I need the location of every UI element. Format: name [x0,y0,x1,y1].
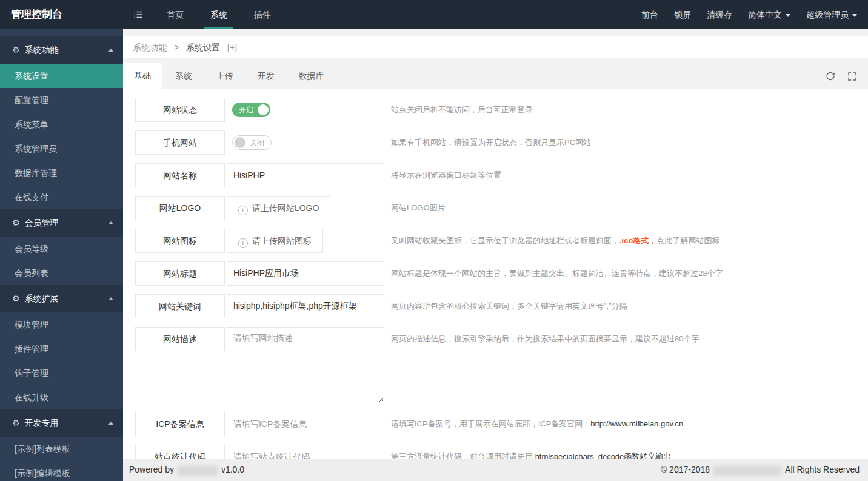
gear-icon: ⚙ [12,294,20,303]
masked-text [713,466,781,476]
masked-text [178,466,218,476]
field-hint: 第三方流量统计代码，前台调用时请先用 htmlspecialchars_deco… [391,445,671,459]
tab-system[interactable]: 系统 [164,63,203,89]
sidebar-section-title: 系统扩展 [25,294,59,303]
nav-plugins[interactable]: 插件 [241,0,284,29]
hint-text: 又叫网站收藏夹图标，它显示位于浏览器的地址栏或者标题前面， [391,236,619,245]
action-frontend[interactable]: 前台 [641,0,658,29]
language-label: 简体中文 [748,10,782,19]
favicon-help-link[interactable]: 点此了解网站图标 [656,236,719,245]
sidebar-item-example-edit[interactable]: [示例]编辑模板 [0,461,123,481]
sidebar-item-payment[interactable]: 在线支付 [0,185,123,209]
gear-icon: ⚙ [12,418,20,428]
sidebar-item-admins[interactable]: 系统管理员 [0,136,123,161]
site-description-textarea[interactable] [227,327,384,403]
upload-button-label: 请上传网站图标 [252,236,312,246]
mobile-site-toggle[interactable]: 关闭 [232,135,272,150]
chevron-up-icon [109,221,113,224]
tab-basic[interactable]: 基础 [123,63,162,90]
nav-home[interactable]: 首页 [153,0,197,29]
nav-system[interactable]: 系统 [197,0,241,29]
sidebar-section-header-system[interactable]: ⚙系统功能 [0,36,123,64]
sidebar-item-menu[interactable]: 系统菜单 [0,112,123,136]
sidebar-item-hooks[interactable]: 钩子管理 [0,361,123,385]
tab-dev[interactable]: 开发 [247,63,285,89]
upload-favicon-button[interactable]: +请上传网站图标 [227,229,323,253]
sidebar-item-upgrade[interactable]: 在线升级 [0,385,123,409]
site-status-toggle[interactable]: 开启 [232,103,270,117]
add-tab-button[interactable]: [+] [227,42,237,52]
footer: Powered byv1.0.0 © 2017-2018All Rights R… [123,459,868,481]
field-hint: 网站LOGO图片 [391,196,446,220]
upload-logo-button[interactable]: +请上传网站LOGO [227,196,330,220]
site-keywords-input[interactable] [227,294,384,318]
sidebar-section-title: 会员管理 [25,218,59,227]
icp-input[interactable] [227,412,384,436]
chevron-up-icon [109,297,113,300]
form-row-site-name: 网站名称 将显示在浏览器窗口标题等位置 [135,163,856,187]
sidebar-item-config[interactable]: 配置管理 [0,88,123,112]
form-row-site-favicon: 网站图标 +请上传网站图标 又叫网站收藏夹图标，它显示位于浏览器的地址栏或者标题… [135,229,856,253]
sidebar-item-settings[interactable]: 系统设置 [0,64,123,88]
field-label: 网站图标 [135,229,225,253]
sidebar-item-plugins[interactable]: 插件管理 [0,337,123,361]
form-row-icp: ICP备案信息 请填写ICP备案号，用于展示在网站底部，ICP备案官网：http… [135,412,856,436]
menu-toggle-icon[interactable] [123,0,153,29]
stats-code-input[interactable] [227,445,384,459]
tab-database[interactable]: 数据库 [288,63,335,89]
action-clear-cache[interactable]: 清缓存 [707,0,732,29]
sidebar-item-example-list[interactable]: [示例]列表模板 [0,437,123,461]
field-hint: 又叫网站收藏夹图标，它显示位于浏览器的地址栏或者标题前面，.ico格式，点此了解… [391,229,719,253]
tab-upload[interactable]: 上传 [205,63,244,89]
action-lock-screen[interactable]: 锁屏 [674,0,691,29]
site-name-input[interactable] [227,163,384,187]
sidebar-item-database[interactable]: 数据库管理 [0,161,123,185]
field-hint: 如果有手机网站，请设置为开启状态，否则只显示PC网站 [391,130,591,155]
username-label: 超级管理员 [806,10,849,19]
field-label: 网站标题 [135,261,225,286]
plus-circle-icon: + [238,206,248,215]
sidebar: ⚙系统功能 系统设置 配置管理 系统菜单 系统管理员 数据库管理 在线支付 ⚙会… [0,29,123,481]
field-hint: 站点关闭后将不能访问，后台可正常登录 [391,98,533,122]
topbar: 管理控制台 首页 系统 插件 前台 锁屏 清缓存 简体中文 超级管理员 [0,0,868,29]
footer-copyright: © 2017-2018All Rights Reserved [661,465,860,475]
site-title-input[interactable] [227,261,384,286]
plus-circle-icon: + [238,238,248,248]
user-dropdown[interactable]: 超级管理员 [806,0,857,29]
form-row-site-title: 网站标题 网站标题是体现一个网站的主旨，要做到主题突出、标题简洁、连贯等特点，建… [135,261,856,286]
upload-button-label: 请上传网站LOGO [252,203,319,213]
field-hint: 网页内容所包含的核心搜索关键词，多个关键字请用英文逗号","分隔 [391,294,627,318]
sidebar-section-header-dev[interactable]: ⚙开发专用 [0,409,123,437]
sidebar-item-modules[interactable]: 模块管理 [0,312,123,337]
refresh-icon[interactable] [826,72,835,81]
field-hint: 网站标题是体现一个网站的主旨，要做到主题突出、标题简洁、连贯等特点，建议不超过2… [391,261,723,286]
breadcrumb-separator: > [174,42,179,52]
sidebar-section-title: 系统功能 [25,45,59,55]
sidebar-section-header-extensions[interactable]: ⚙系统扩展 [0,285,123,312]
copyright-years-label: © 2017-2018 [661,465,710,474]
chevron-up-icon [109,49,113,52]
field-label: 网站关键词 [135,294,225,318]
tab-bar: 基础 系统 上传 开发 数据库 [123,63,868,89]
hint-ico-format: .ico格式， [619,236,656,245]
footer-powered: Powered byv1.0.0 [129,465,244,475]
hint-text: 第三方流量统计代码，前台调用时请先用 [391,452,535,459]
caret-down-icon [852,14,857,19]
hint-icp-url: http://www.miibeian.gov.cn [590,419,683,428]
field-label: ICP备案信息 [135,412,225,436]
hint-text: 请填写ICP备案号，用于展示在网站底部，ICP备案官网： [391,419,590,428]
gear-icon: ⚙ [12,218,20,227]
rights-label: All Rights Reserved [785,465,860,474]
sidebar-item-member-list[interactable]: 会员列表 [0,261,123,285]
form-row-site-description: 网站描述 网页的描述信息，搜索引擎采纳后，作为搜索结果中的页面摘要显示，建议不超… [135,327,856,403]
gear-icon: ⚙ [12,45,20,55]
language-dropdown[interactable]: 简体中文 [748,0,790,29]
sidebar-section-members: ⚙会员管理 会员等级 会员列表 [0,209,123,285]
breadcrumb-parent[interactable]: 系统功能 [133,42,167,52]
sidebar-item-member-levels[interactable]: 会员等级 [0,237,123,261]
fullscreen-icon[interactable] [847,72,857,81]
caret-down-icon [786,14,790,19]
sidebar-section-title: 开发专用 [25,418,59,428]
topbar-actions: 前台 锁屏 清缓存 简体中文 超级管理员 [626,0,868,29]
sidebar-section-header-members[interactable]: ⚙会员管理 [0,209,123,237]
